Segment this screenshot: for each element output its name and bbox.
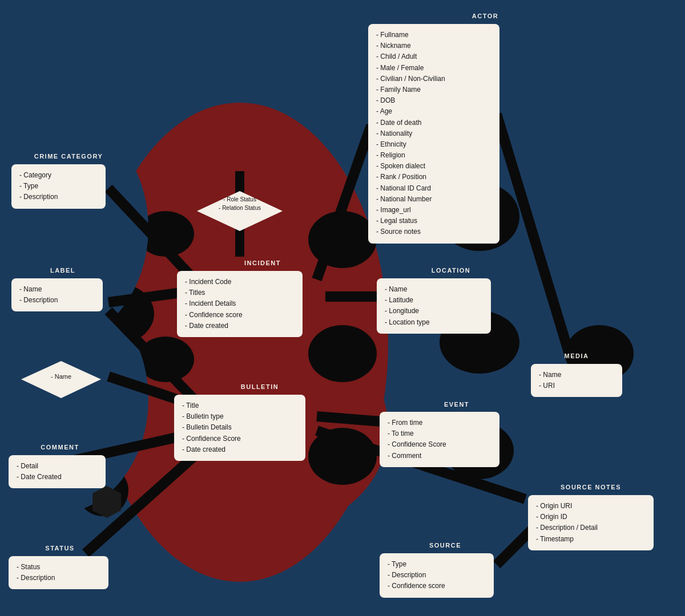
role-relation-text: - Role Status - Relation Status xyxy=(194,195,285,212)
actor-box: - Fullname - Nickname - Child / Adult - … xyxy=(368,24,499,244)
comment-box: - Detail - Date Created xyxy=(9,455,106,488)
bulletin-box: - Title - Bulletin type - Bulletin Detai… xyxy=(174,395,305,461)
bulletin-field-4: - Confidence Score xyxy=(182,433,297,444)
source-notes-field-3: - Description / Detail xyxy=(536,522,646,533)
crime-category-label: CRIME CATEGORY xyxy=(23,153,114,160)
location-label: LOCATION xyxy=(400,267,502,274)
crime-cat-field-2: - Type xyxy=(19,181,98,192)
actor-field-3: - Child / Adult xyxy=(376,51,491,62)
actor-label: ACTOR xyxy=(428,13,542,19)
actor-field-2: - Nickname xyxy=(376,40,491,51)
comment-label: COMMENT xyxy=(26,444,94,451)
source-notes-field-2: - Origin ID xyxy=(536,512,646,522)
crime-cat-field-3: - Description xyxy=(19,192,98,202)
relation-status-text: - Relation Status xyxy=(219,205,261,211)
actor-field-4: - Male / Female xyxy=(376,63,491,74)
crime-cat-field-1: - Category xyxy=(19,170,98,181)
crime-category-box: - Category - Type - Description xyxy=(11,164,106,209)
actor-field-1: - Fullname xyxy=(376,30,491,40)
actor-field-7: - DOB xyxy=(376,95,491,106)
status-field-2: - Description xyxy=(17,573,100,583)
actor-field-6: - Family Name xyxy=(376,84,491,95)
bulletin-field-2: - Bulletin type xyxy=(182,411,297,422)
role-relation-diamond-container: - Role Status - Relation Status xyxy=(194,188,263,228)
source-field-2: - Description xyxy=(388,570,486,581)
incident-field-2: - Titles xyxy=(185,287,295,298)
event-label: EVENT xyxy=(411,401,502,408)
event-field-2: - To time xyxy=(388,428,491,439)
bulletin-field-5: - Date created xyxy=(182,444,297,455)
bulletin-field-1: - Title xyxy=(182,400,297,411)
diagram-container: ACTOR - Fullname - Nickname - Child / Ad… xyxy=(0,0,685,616)
actor-field-5: - Civilian / Non-Civilian xyxy=(376,74,491,84)
actor-field-18: - Legal status xyxy=(376,216,491,226)
label-field-1: - Name xyxy=(19,284,95,295)
status-hexagon xyxy=(91,485,123,521)
location-field-2: - Latitude xyxy=(385,295,483,306)
svg-point-9 xyxy=(308,325,377,382)
source-field-3: - Confidence score xyxy=(388,581,486,591)
media-label: MEDIA xyxy=(537,352,616,359)
label-label: LABEL xyxy=(29,267,97,274)
media-field-2: - URI xyxy=(539,380,614,391)
source-notes-box: - Origin URI - Origin ID - Description /… xyxy=(528,495,654,550)
actor-field-12: - Religion xyxy=(376,150,491,161)
actor-field-16: - National Number xyxy=(376,194,491,205)
incident-field-5: - Date created xyxy=(185,321,295,331)
name-diamond-text: - Name xyxy=(18,372,104,382)
bulletin-field-3: - Bulletin Details xyxy=(182,422,297,433)
location-box: - Name - Latitude - Longitude - Location… xyxy=(377,278,491,334)
actor-field-15: - National ID Card xyxy=(376,183,491,194)
svg-marker-33 xyxy=(92,486,121,518)
actor-field-13: - Spoken dialect xyxy=(376,161,491,172)
event-field-3: - Confidence Score xyxy=(388,439,491,450)
media-field-1: - Name xyxy=(539,370,614,380)
actor-field-10: - Nationality xyxy=(376,128,491,139)
actor-field-8: - Age xyxy=(376,106,491,117)
bulletin-label: BULLETIN xyxy=(208,383,311,390)
name-diamond-container: - Name xyxy=(18,358,98,398)
incident-field-3: - Incident Details xyxy=(185,298,295,309)
status-label: STATUS xyxy=(26,545,94,552)
incident-label: INCIDENT xyxy=(211,260,314,266)
incident-field-4: - Confidence score xyxy=(185,310,295,321)
incident-field-1: - Incident Code xyxy=(185,277,295,287)
location-field-1: - Name xyxy=(385,284,483,295)
role-status-text: - Role Status xyxy=(223,196,256,202)
location-field-4: - Location type xyxy=(385,317,483,328)
event-field-1: - From time xyxy=(388,418,491,428)
actor-field-17: - Image_url xyxy=(376,205,491,216)
status-box: - Status - Description xyxy=(9,556,108,589)
svg-line-25 xyxy=(317,416,388,422)
incident-box: - Incident Code - Titles - Incident Deta… xyxy=(177,271,303,337)
source-field-1: - Type xyxy=(388,559,486,570)
comment-field-1: - Detail xyxy=(17,461,98,472)
actor-field-9: - Date of death xyxy=(376,117,491,128)
source-notes-label: SOURCE NOTES xyxy=(537,484,645,491)
source-notes-field-4: - Timestamp xyxy=(536,534,646,545)
actor-field-19: - Source notes xyxy=(376,226,491,237)
event-box: - From time - To time - Confidence Score… xyxy=(380,412,499,467)
media-box: - Name - URI xyxy=(531,364,622,397)
actor-field-11: - Ethnicity xyxy=(376,139,491,150)
label-box: - Name - Description xyxy=(11,278,103,311)
status-field-1: - Status xyxy=(17,562,100,573)
comment-field-2: - Date Created xyxy=(17,472,98,483)
event-field-4: - Comment xyxy=(388,451,491,461)
source-notes-field-1: - Origin URI xyxy=(536,501,646,512)
source-box: - Type - Description - Confidence score xyxy=(380,553,494,598)
source-label: SOURCE xyxy=(400,542,491,549)
actor-field-14: - Rank / Position xyxy=(376,172,491,183)
label-field-2: - Description xyxy=(19,295,95,306)
location-field-3: - Longitude xyxy=(385,306,483,317)
status-hex-svg xyxy=(91,485,123,519)
